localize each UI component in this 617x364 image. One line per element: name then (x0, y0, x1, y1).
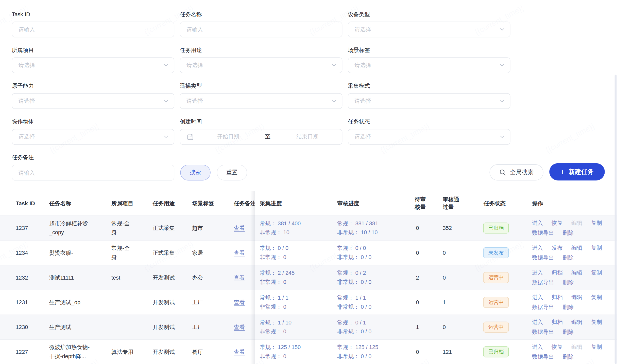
status-badge: 已归档 (483, 223, 509, 233)
date-range-separator: 至 (263, 133, 273, 140)
global-search-button[interactable]: 全局搜索 (489, 164, 543, 180)
task-name-input[interactable] (180, 22, 342, 37)
op-link[interactable]: 删除 (563, 228, 574, 238)
field-label: 场景标签 (348, 46, 510, 54)
op-link[interactable]: 归档 (552, 293, 563, 302)
op-link[interactable]: 恢复 (552, 218, 563, 228)
operate-object-select[interactable]: 请选择 (12, 129, 175, 145)
op-link[interactable]: 编辑 (571, 317, 582, 327)
cell-operations: 进入归档编辑复制数据导出删除 (527, 317, 617, 337)
op-link[interactable]: 归档 (552, 268, 563, 278)
view-note-link[interactable]: 查看 (234, 274, 245, 281)
cell-project: 常规-全 身 (111, 219, 153, 237)
op-link[interactable]: 编辑 (571, 243, 582, 253)
table-header-row: Task ID任务名称所属项目任务用途场景标签任务备注采集进度审核进度待审 核量… (0, 191, 617, 216)
view-note-link[interactable]: 查看 (234, 349, 245, 355)
search-button[interactable]: 搜索 (180, 165, 210, 180)
cell-task-name: 熨烫衣服- (49, 248, 111, 257)
cell-review-progress: 常规： 381 / 381非常规： 10 / 10 (337, 219, 409, 237)
column-header: 操作 (527, 199, 617, 207)
filter-panel: Task ID 任务名称 设备类型 请选择 所属项目 请选择 (0, 0, 617, 180)
op-link[interactable]: 删除 (563, 302, 574, 312)
op-link[interactable]: 发布 (552, 243, 563, 253)
teleop-type-select[interactable]: 请选择 (180, 93, 342, 109)
op-link[interactable]: 删除 (563, 278, 574, 287)
field-label: 原子能力 (12, 82, 175, 90)
vertical-scrollbar[interactable] (615, 75, 617, 364)
calendar-icon (187, 134, 194, 140)
cell-task-name: 测试11111 (49, 273, 111, 282)
cell-task-status: 已归档 (478, 346, 527, 357)
task-management-page: {{current_time}}{{current_time}}{{curren… (0, 0, 617, 364)
cell-review-progress: 常规： 125 / 125非常规： 0 / 0 (337, 343, 409, 361)
op-link[interactable]: 删除 (563, 253, 574, 263)
op-link[interactable]: 数据导出 (532, 327, 554, 337)
column-header: 所属项目 (111, 199, 153, 207)
cell-task-id: 1231 (0, 298, 49, 307)
op-link[interactable]: 复制 (591, 243, 602, 253)
cell-review-progress: 常规： 0 / 2非常规： 0 / 0 (337, 268, 409, 286)
view-note-link[interactable]: 查看 (234, 225, 245, 231)
op-link[interactable]: 进入 (532, 317, 543, 327)
op-link[interactable]: 数据导出 (532, 253, 554, 263)
op-link[interactable]: 进入 (532, 218, 543, 228)
op-link[interactable]: 进入 (532, 293, 543, 302)
op-link[interactable]: 复制 (591, 218, 602, 228)
op-link[interactable]: 归档 (552, 317, 563, 327)
field-task-id: Task ID (12, 10, 175, 37)
column-header: 任务名称 (49, 199, 111, 207)
cell-collect-progress: 常规： 2 / 245非常规： 0 (260, 268, 337, 286)
cell-task-id: 1232 (0, 273, 49, 282)
cell-note: 查看 (234, 347, 260, 356)
field-label: Task ID (12, 10, 175, 19)
create-task-button[interactable]: + 新建任务 (549, 163, 605, 180)
view-note-link[interactable]: 查看 (234, 249, 245, 256)
create-time-range-picker[interactable]: 开始日期 至 结束日期 (180, 129, 342, 145)
field-label: 任务名称 (180, 10, 342, 19)
atomic-ability-select[interactable]: 请选择 (12, 93, 175, 109)
scene-tag-select[interactable]: 请选择 (348, 57, 510, 73)
op-link[interactable]: 数据导出 (532, 278, 554, 287)
op-link[interactable]: 数据导出 (532, 352, 554, 362)
op-link[interactable]: 数据导出 (532, 302, 554, 312)
cell-project: 算法专用 (111, 347, 153, 356)
reset-button[interactable]: 重置 (217, 165, 247, 180)
cell-project: 常规-全 身 (111, 244, 153, 262)
view-note-link[interactable]: 查看 (234, 299, 245, 305)
cell-scene: 超市 (192, 224, 234, 233)
op-link[interactable]: 恢复 (552, 342, 563, 352)
task-id-input[interactable] (12, 22, 174, 37)
cell-task-status: 运营中 (478, 272, 527, 283)
collect-mode-select[interactable]: 请选择 (348, 93, 510, 109)
op-link[interactable]: 复制 (591, 268, 602, 278)
table-row: 1234熨烫衣服-常规-全 身正式采集家居查看常规： 0 / 0非常规： 0常规… (0, 241, 617, 265)
task-purpose-select[interactable]: 请选择 (180, 57, 342, 73)
op-link[interactable]: 编辑 (571, 268, 582, 278)
op-link[interactable]: 复制 (591, 293, 602, 302)
project-select[interactable]: 请选择 (12, 57, 175, 73)
cell-purpose: 开发测试 (153, 273, 192, 282)
op-link[interactable]: 复制 (591, 342, 602, 352)
field-label: 设备类型 (348, 10, 510, 19)
task-remark-input[interactable] (12, 165, 174, 180)
view-note-link[interactable]: 查看 (234, 324, 245, 330)
op-link[interactable]: 复制 (591, 317, 602, 327)
op-link[interactable]: 进入 (532, 268, 543, 278)
op-link[interactable]: 删除 (563, 327, 574, 337)
op-link[interactable]: 进入 (532, 342, 543, 352)
op-link[interactable]: 编辑 (571, 293, 582, 302)
cell-collect-progress: 常规： 0 / 0非常规： 0 (260, 244, 337, 262)
op-link[interactable]: 进入 (532, 243, 543, 253)
cell-review-passed-count: 0 (437, 273, 478, 282)
op-link[interactable]: 删除 (563, 352, 574, 362)
cell-collect-progress: 常规： 381 / 400非常规： 10 (260, 219, 337, 237)
cell-review-passed-count: 1 (437, 298, 478, 307)
device-type-select[interactable]: 请选择 (348, 22, 510, 37)
end-date-placeholder[interactable]: 结束日期 (273, 133, 342, 140)
start-date-placeholder[interactable]: 开始日期 (194, 133, 263, 140)
cell-review-passed-count: 121 (437, 347, 478, 356)
task-status-select[interactable]: 请选择 (348, 129, 510, 145)
cell-task-name: 生产测试_op (49, 298, 111, 307)
table-body: 1237超市冷鲜柜补货 _copy常规-全 身正式采集超市查看常规： 381 /… (0, 216, 617, 364)
op-link[interactable]: 数据导出 (532, 228, 554, 238)
